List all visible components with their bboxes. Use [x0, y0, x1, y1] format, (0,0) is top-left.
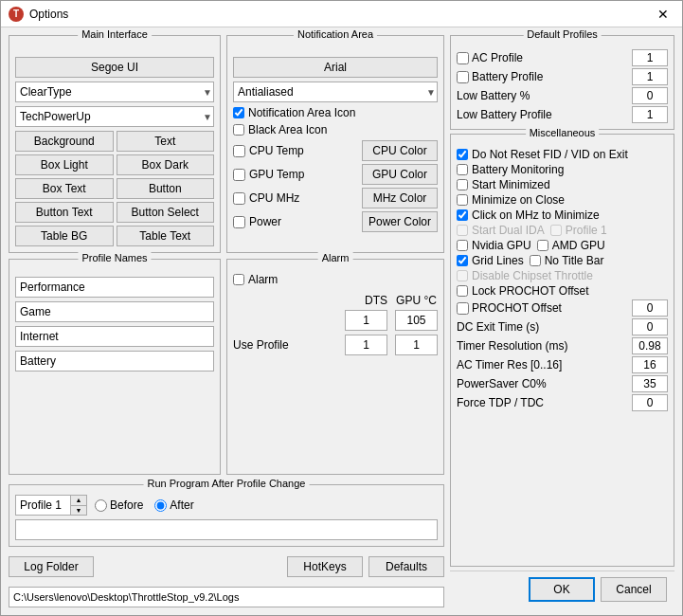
cpu-temp-checkbox[interactable] — [233, 145, 245, 157]
source-select[interactable]: TechPowerUp Other — [15, 106, 214, 127]
gpu-value-input[interactable] — [395, 310, 438, 331]
gpu-row: Nvidia GPU AMD GPU — [457, 239, 668, 252]
cleartype-select[interactable]: ClearType Standard None — [15, 82, 214, 102]
no-title-bar-label: No Title Bar — [545, 254, 604, 267]
alarm-checkbox[interactable] — [233, 274, 244, 285]
box-light-button[interactable]: Box Light — [15, 154, 114, 175]
start-minimized-row: Start Minimized — [457, 178, 668, 191]
gpu-temp-checkbox[interactable] — [233, 169, 245, 181]
button-text-button[interactable]: Button Text — [15, 202, 114, 223]
prochot-offset-checkbox[interactable] — [457, 302, 469, 315]
cpu-mhz-checkbox[interactable] — [233, 192, 245, 205]
default-profiles-box: Default Profiles AC Profile Battery Prof… — [450, 35, 674, 130]
minimize-on-close-checkbox[interactable] — [457, 194, 468, 206]
no-title-bar-checkbox[interactable] — [530, 255, 541, 266]
button-select-button[interactable]: Button Select — [117, 202, 215, 223]
text-button[interactable]: Text — [117, 131, 215, 152]
before-radio-label[interactable]: Before — [95, 498, 143, 512]
grid-lines-checkbox[interactable] — [457, 255, 468, 266]
ac-timer-res-input[interactable] — [632, 356, 668, 373]
black-area-icon-checkbox[interactable] — [233, 124, 244, 136]
cancel-button[interactable]: Cancel — [601, 577, 667, 602]
dts-value-input[interactable] — [345, 310, 387, 331]
profile-input-4[interactable] — [15, 351, 214, 371]
box-dark-button[interactable]: Box Dark — [117, 154, 215, 175]
use-profile-row: Use Profile — [233, 335, 438, 355]
spinner-up-button[interactable]: ▲ — [71, 496, 86, 506]
close-button[interactable]: ✕ — [652, 5, 674, 24]
profile-input-3[interactable] — [15, 326, 214, 347]
battery-profile-input[interactable] — [632, 68, 668, 85]
ac-profile-input[interactable] — [632, 49, 668, 66]
button-button[interactable]: Button — [117, 178, 215, 199]
defaults-button[interactable]: Defaults — [368, 556, 444, 577]
nvidia-gpu-checkbox[interactable] — [457, 240, 468, 251]
main-interface-title: Main Interface — [78, 28, 152, 40]
profile-names-title: Profile Names — [78, 252, 151, 263]
power-checkbox[interactable] — [233, 216, 245, 228]
spinner-down-button[interactable]: ▼ — [71, 506, 86, 516]
dc-exit-time-label: DC Exit Time (s) — [457, 320, 632, 334]
power-saver-input[interactable] — [632, 375, 668, 392]
log-folder-button[interactable]: Log Folder — [9, 556, 94, 577]
profile-spinner: ▲ ▼ — [15, 495, 87, 516]
background-button[interactable]: Background — [15, 131, 114, 152]
antialiased-select[interactable]: Antialiased None — [233, 82, 438, 102]
notification-icon-checkbox[interactable] — [233, 107, 244, 118]
hotkeys-button[interactable]: HotKeys — [287, 556, 363, 577]
left-panel: Main Interface Segoe UI ClearType Standa… — [9, 35, 444, 607]
after-radio-label[interactable]: After — [154, 498, 193, 512]
lock-prochot-checkbox[interactable] — [457, 285, 468, 297]
alarm-box: Alarm Alarm DTS GPU °C — [226, 259, 444, 475]
default-profiles-content: AC Profile Battery Profile Low Battery % — [457, 49, 668, 123]
top-section: Main Interface Segoe UI ClearType Standa… — [9, 35, 444, 253]
run-path-input[interactable] — [15, 519, 438, 540]
low-battery-percent-input[interactable] — [632, 87, 668, 104]
prochot-offset-input[interactable] — [632, 299, 668, 317]
timer-resolution-input[interactable] — [632, 337, 668, 354]
prochot-check-label: PROCHOT Offset — [457, 301, 632, 315]
table-bg-button[interactable]: Table BG — [15, 226, 114, 246]
cpu-temp-row: CPU Temp CPU Color — [233, 140, 438, 161]
ok-button[interactable]: OK — [529, 577, 595, 602]
cpu-color-button[interactable]: CPU Color — [362, 140, 438, 161]
profile-spinner-input[interactable] — [15, 495, 70, 516]
profile-input-1[interactable] — [15, 277, 214, 298]
use-profile-dts-input[interactable] — [345, 335, 387, 355]
do-not-reset-checkbox[interactable] — [457, 149, 468, 160]
prochot-offset-row: PROCHOT Offset — [457, 299, 668, 317]
after-radio[interactable] — [154, 499, 167, 512]
dc-exit-time-input[interactable] — [632, 318, 668, 335]
start-dual-ida-row: Start Dual IDA — [457, 224, 545, 237]
gpu-color-button[interactable]: GPU Color — [362, 164, 438, 185]
start-minimized-checkbox[interactable] — [457, 179, 468, 190]
amd-gpu-checkbox[interactable] — [537, 240, 548, 251]
force-tdp-input[interactable] — [632, 394, 668, 411]
profile-input-2[interactable] — [15, 301, 214, 322]
battery-monitoring-checkbox[interactable] — [457, 164, 468, 175]
timer-resolution-row: Timer Resolution (ms) — [457, 337, 668, 354]
notif-font-button[interactable]: Arial — [233, 57, 438, 78]
ac-profile-checkbox[interactable] — [457, 52, 469, 64]
cpu-temp-label: CPU Temp — [249, 144, 358, 157]
battery-profile-checkbox[interactable] — [457, 71, 469, 83]
before-after-radio-group: Before After — [95, 498, 194, 512]
prochot-offset-label: PROCHOT Offset — [472, 301, 562, 315]
no-title-bar-row: No Title Bar — [530, 254, 604, 267]
main-font-button[interactable]: Segoe UI — [15, 57, 214, 78]
table-text-button[interactable]: Table Text — [117, 226, 215, 246]
before-label: Before — [110, 498, 143, 512]
bottom-section: Profile Names Alarm Alarm — [9, 259, 444, 475]
low-battery-profile-input[interactable] — [632, 106, 668, 123]
main-content: Main Interface Segoe UI ClearType Standa… — [1, 27, 682, 615]
click-mhz-checkbox[interactable] — [457, 209, 468, 221]
before-radio[interactable] — [95, 499, 107, 512]
source-select-row: TechPowerUp Other ▼ — [15, 106, 214, 127]
box-text-button[interactable]: Box Text — [15, 178, 114, 199]
use-profile-gpu-input[interactable] — [395, 335, 438, 355]
battery-profile-row: Battery Profile — [457, 68, 668, 85]
path-bar: C:\Users\lenovo\Desktop\ThrottleStop_v9.… — [9, 587, 444, 607]
power-color-button[interactable]: Power Color — [362, 211, 438, 232]
mhz-color-button[interactable]: MHz Color — [362, 188, 438, 208]
timer-resolution-label: Timer Resolution (ms) — [457, 339, 632, 353]
